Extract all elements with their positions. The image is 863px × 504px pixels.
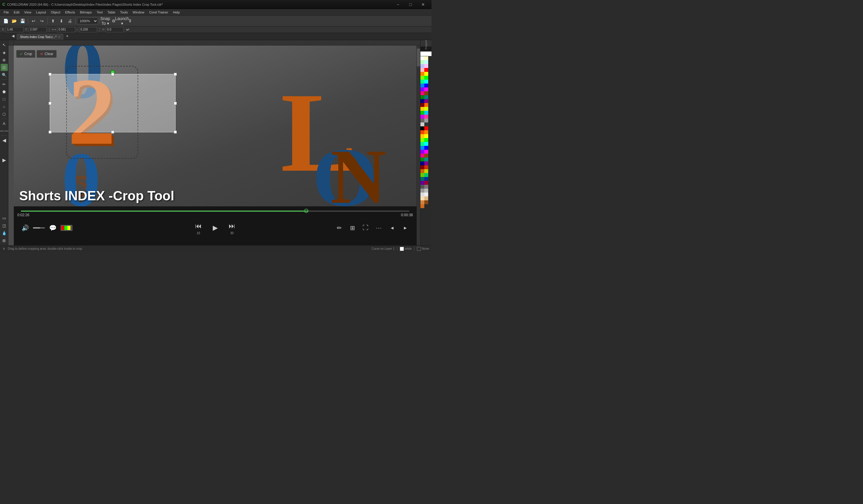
color-swatch-extra-555555[interactable] [421,185,424,189]
color-swatch-cc00ff[interactable] [421,115,424,119]
zoom-select[interactable]: 1000% [77,18,98,24]
menu-window[interactable]: Window [130,9,147,16]
undo-button[interactable]: ↩ [30,17,37,25]
color-swatch-extra-ff4400[interactable] [421,130,424,134]
screenshot-button[interactable]: ⊞ [347,222,358,233]
color-swatch-extra-999999[interactable] [421,189,424,193]
menu-layout[interactable]: Layout [34,9,48,16]
vertical-scrollbar[interactable] [416,46,420,245]
color-swatch-ff0080[interactable] [421,91,424,95]
color-swatch-extra-cc3300[interactable] [424,165,428,169]
menu-object[interactable]: Object [48,9,63,16]
transform-tool[interactable]: ⊕ [1,56,8,64]
color-swatch-extra-ff0088[interactable] [421,154,424,157]
color-swatch-00cc00[interactable] [421,111,424,115]
color-swatch-ffcc00[interactable] [421,107,424,111]
crop-handle-tr[interactable] [174,73,177,76]
microphone-button[interactable]: 🎙 [126,17,134,25]
color-swatch-extra-00cc66[interactable] [424,173,428,177]
color-swatch-00ff80[interactable] [421,80,424,83]
color-swatch-extra-ffff00[interactable] [424,134,428,138]
color-swatch-800000[interactable] [421,103,424,107]
x-input[interactable] [6,27,24,33]
color-swatch-800080[interactable] [424,99,428,103]
color-swatch-extra-bbbbbb[interactable] [424,189,428,193]
eyedropper-tool[interactable]: 💧 [1,229,8,236]
color-swatch-00ccff[interactable] [424,111,428,115]
color-swatch-extra-ff0000[interactable] [424,126,428,130]
menu-effects[interactable]: Effects [63,9,77,16]
freehand-tool[interactable]: ✏ [1,80,8,88]
pen-button[interactable]: ✏ [334,222,345,233]
color-swatch-ccff00[interactable] [424,107,428,111]
color-swatch-extra-ffcc00[interactable] [421,134,424,138]
color-swatch-000000[interactable] [421,126,424,130]
color-swatch-ff8000[interactable] [421,72,424,76]
skip-forward-button[interactable]: ⏭ [227,221,237,232]
color-swatch-c0ffc0[interactable] [421,60,424,64]
minimize-button[interactable]: − [392,0,404,9]
color-swatch-ff00ff[interactable] [424,88,428,91]
color-swatch-000080[interactable] [421,99,424,103]
crop-handle-bc[interactable] [111,131,114,133]
color-swatch-extra-f5deb3[interactable] [421,196,424,201]
rotation-input[interactable] [106,27,124,33]
color-swatch-ffc0c0[interactable] [421,68,424,72]
color-swatch-extra-660099[interactable] [421,181,424,185]
nav-prev-button[interactable]: ◀ [387,222,397,233]
crop-clear-button[interactable]: ✕ Clear [37,50,57,58]
color-swatch-extra-008800[interactable] [421,157,424,161]
menu-file[interactable]: File [1,9,11,16]
more-button[interactable]: ⋯ [373,222,384,233]
color-swatch-extra-00ffff[interactable] [424,142,428,146]
pattern-tool[interactable]: ⊞ [1,237,8,244]
new-button[interactable]: 📄 [2,17,10,25]
select-tool[interactable]: ↖ [1,41,8,49]
scrollbar-thumb[interactable] [417,49,420,66]
menu-text[interactable]: Text [94,9,105,16]
color-swatch-ffffff[interactable] [421,56,424,60]
color-swatch-extra-cc6600[interactable] [421,169,424,173]
node-tool[interactable]: ◈ [1,49,8,56]
menu-help[interactable]: Help [171,9,182,16]
color-swatch-extra-88ff00[interactable] [421,138,424,142]
redo-button[interactable]: ↪ [38,17,46,25]
color-swatch-cccccc[interactable] [421,122,424,126]
close-button[interactable]: ✕ [417,0,429,9]
w-input[interactable] [57,27,75,33]
menu-edit[interactable]: Edit [11,9,22,16]
volume-button[interactable]: 🔊 [20,222,30,233]
ellipse-tool[interactable]: ○ [1,103,8,110]
color-swatch-extra-dddddd[interactable] [421,193,424,196]
color-swatch-ffffc0[interactable] [424,56,428,60]
white-swatch[interactable] [421,52,432,56]
snap-to-button[interactable]: Snap To ▾ [101,17,109,25]
crop-handle-bl[interactable] [49,131,51,133]
color-swatch-ff0000[interactable] [424,68,428,72]
color-swatch-extra-006666[interactable] [421,177,424,181]
export-button[interactable]: ⬇ [58,17,65,25]
menu-corel-trainer[interactable]: Corel Trainer [147,9,171,16]
color-swatch-80ff00[interactable] [421,76,424,80]
color-swatch-ffc0ff[interactable] [424,64,428,68]
color-swatch-008080[interactable] [424,95,428,99]
progress-bar[interactable] [21,210,409,212]
nav-right-arrow[interactable]: ▶ [1,156,8,164]
color-swatch-extra-eeeeee[interactable] [424,193,428,196]
color-swatch-extra-00ff88[interactable] [421,142,424,146]
y-input[interactable] [29,27,47,33]
fullscreen-button[interactable]: ⛶ [360,222,371,233]
menu-view[interactable]: View [22,9,34,16]
maximize-button[interactable]: □ [404,0,416,9]
text-tool[interactable]: A [1,120,8,127]
color-swatch-extra-0088ff[interactable] [421,146,424,150]
scroll-tab-left[interactable]: ◀ [9,32,17,40]
crop-handle-br[interactable] [174,131,177,133]
color-swatch-666666[interactable] [421,119,424,122]
crop-selection[interactable] [50,74,176,132]
color-swatch-ffff00[interactable] [424,72,428,76]
color-swatch-extra-008888[interactable] [424,157,428,161]
nav-left-arrow[interactable]: ◀ [1,137,8,144]
crop-handle-mr[interactable] [174,102,177,105]
crop-tool[interactable]: ⊡ [1,64,8,71]
